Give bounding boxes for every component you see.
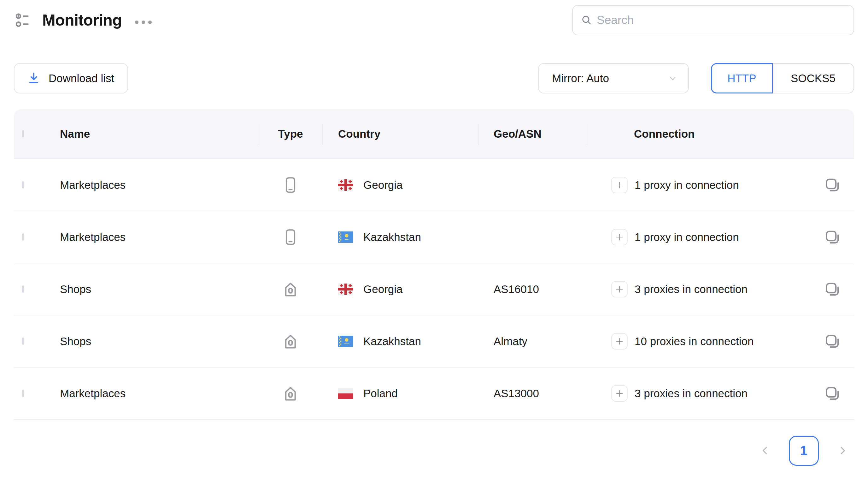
plus-icon [615,389,624,398]
mobile-phone-icon [281,228,300,246]
row-name: Shops [60,335,259,348]
row-checkbox[interactable] [22,338,24,345]
chevron-down-icon [667,72,679,84]
flag-ge-icon [338,284,353,295]
table-row: Shops Georgia AS16010 3 proxies in conne… [14,263,854,315]
pagination: 1 [14,435,854,466]
copy-button[interactable] [823,228,841,246]
copy-icon [824,280,841,298]
page-title: Monitoring [42,11,122,29]
table-row: Marketplaces Poland AS13000 3 proxies in… [14,368,854,420]
add-proxy-button[interactable] [611,385,628,402]
chevron-right-icon [836,445,848,457]
tab-socks5[interactable]: SOCKS5 [773,63,854,93]
flag-pl-icon [338,388,353,399]
table-header-row: Name Type Country Geo/ASN Connection [14,109,854,159]
house-icon [281,384,300,403]
row-country: Kazakhstan [363,335,421,348]
table-body: Marketplaces Georgia 1 proxy in connecti… [14,159,854,420]
protocol-switch: HTTP SOCKS5 [711,63,854,93]
add-proxy-button[interactable] [611,229,628,245]
chevron-left-icon [759,445,771,457]
house-icon [281,280,300,298]
search-input[interactable] [597,13,845,27]
flag-ge-icon [338,179,353,191]
download-list-button[interactable]: Download list [14,63,128,93]
copy-button[interactable] [823,384,841,403]
row-connection: 1 proxy in connection [634,231,739,244]
copy-icon [824,384,841,402]
select-all-checkbox[interactable] [22,130,24,137]
copy-icon [824,333,841,350]
plus-icon [615,285,624,294]
proxy-table: Name Type Country Geo/ASN Connection Mar… [14,109,854,420]
mirror-select-value: Mirror: Auto [552,72,609,85]
plus-icon [615,232,624,242]
mobile-phone-icon [281,176,300,194]
column-header-name: Name [60,109,259,159]
row-name: Shops [60,283,259,295]
house-icon [281,332,300,350]
row-name: Marketplaces [60,179,259,191]
row-geo: AS13000 [478,387,587,400]
copy-button[interactable] [823,280,841,298]
row-checkbox[interactable] [22,181,24,189]
copy-button[interactable] [823,332,841,350]
row-geo: AS16010 [478,283,587,295]
copy-icon [824,228,841,246]
page-menu-dots-icon[interactable] [135,21,152,24]
checklist-icon [14,10,33,30]
row-name: Marketplaces [60,231,259,244]
column-header-connection: Connection [587,109,816,159]
column-header-geo-asn: Geo/ASN [478,109,587,159]
column-header-type: Type [259,109,322,159]
plus-icon [615,337,624,346]
row-connection: 3 proxies in connection [634,387,747,400]
page-number-button[interactable]: 1 [789,436,819,466]
row-connection: 3 proxies in connection [634,283,747,295]
next-page-button[interactable] [836,445,848,457]
row-country: Kazakhstan [363,231,421,244]
magnifier-icon [581,15,592,26]
download-list-label: Download list [49,72,114,85]
top-bar: Monitoring [14,5,854,35]
title-group: Monitoring [14,10,152,30]
flag-kz-icon [338,336,353,347]
copy-icon [824,176,841,194]
table-row: Marketplaces Georgia 1 proxy in connecti… [14,159,854,211]
row-checkbox[interactable] [22,390,24,397]
prev-page-button[interactable] [759,445,771,457]
table-row: Shops Kazakhstan Almaty 10 proxies in co… [14,315,854,368]
row-connection: 1 proxy in connection [634,179,739,191]
row-connection: 10 proxies in connection [634,335,753,348]
add-proxy-button[interactable] [611,281,628,297]
row-checkbox[interactable] [22,285,24,293]
flag-kz-icon [338,231,353,243]
column-header-country: Country [322,109,478,159]
download-arrow-icon [27,71,41,86]
row-checkbox[interactable] [22,233,24,240]
monitoring-page: Monitoring Download list Mirror: Auto [0,0,868,485]
add-proxy-button[interactable] [611,177,628,193]
row-country: Poland [363,387,398,400]
plus-icon [615,180,624,190]
row-country: Georgia [363,179,403,191]
toolbar: Download list Mirror: Auto HTTP SOCKS5 [14,63,854,93]
row-geo: Almaty [478,335,587,348]
add-proxy-button[interactable] [611,333,628,349]
row-country: Georgia [363,283,403,295]
tab-http[interactable]: HTTP [711,63,773,93]
table-row: Marketplaces Kazakhstan 1 proxy in conne… [14,211,854,263]
search-box[interactable] [572,5,854,35]
copy-button[interactable] [823,176,841,194]
row-name: Marketplaces [60,387,259,400]
mirror-select[interactable]: Mirror: Auto [538,63,689,93]
